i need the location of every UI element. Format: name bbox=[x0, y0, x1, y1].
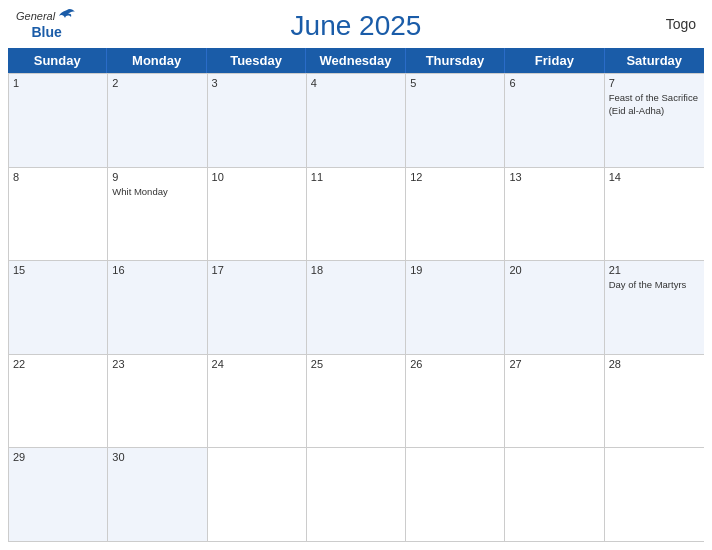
table-row: 29 bbox=[9, 448, 108, 541]
table-row: 5 bbox=[406, 74, 505, 167]
calendar-week-3: 15 16 17 18 19 20 21 Day of the Martyrs bbox=[9, 260, 704, 354]
country-label: Togo bbox=[666, 16, 696, 32]
calendar-title: June 2025 bbox=[291, 10, 422, 42]
table-row: 21 Day of the Martyrs bbox=[605, 261, 704, 354]
table-row: 4 bbox=[307, 74, 406, 167]
table-row: 15 bbox=[9, 261, 108, 354]
header-thursday: Thursday bbox=[406, 48, 505, 73]
table-row: 30 bbox=[108, 448, 207, 541]
generalblue-logo: General Blue bbox=[16, 8, 77, 40]
table-row: 27 bbox=[505, 355, 604, 448]
header-tuesday: Tuesday bbox=[207, 48, 306, 73]
table-row: 16 bbox=[108, 261, 207, 354]
table-row: 13 bbox=[505, 168, 604, 261]
calendar-page: General Blue June 2025 Togo Sunday Monda… bbox=[0, 0, 712, 550]
header-wednesday: Wednesday bbox=[306, 48, 405, 73]
calendar-grid: Sunday Monday Tuesday Wednesday Thursday… bbox=[0, 48, 712, 550]
table-row: 10 bbox=[208, 168, 307, 261]
table-row bbox=[605, 448, 704, 541]
logo-blue-text: Blue bbox=[31, 24, 61, 40]
table-row bbox=[307, 448, 406, 541]
table-row: 18 bbox=[307, 261, 406, 354]
calendar-week-5: 29 30 bbox=[9, 447, 704, 541]
table-row: 28 bbox=[605, 355, 704, 448]
table-row: 19 bbox=[406, 261, 505, 354]
table-row: 22 bbox=[9, 355, 108, 448]
header-monday: Monday bbox=[107, 48, 206, 73]
header-friday: Friday bbox=[505, 48, 604, 73]
table-row: 1 bbox=[9, 74, 108, 167]
calendar-week-1: 1 2 3 4 5 6 7 Feast of the Sacrifice (Ei… bbox=[9, 73, 704, 167]
table-row: 2 bbox=[108, 74, 207, 167]
table-row: 17 bbox=[208, 261, 307, 354]
table-row: 12 bbox=[406, 168, 505, 261]
table-row: 26 bbox=[406, 355, 505, 448]
calendar-week-4: 22 23 24 25 26 27 28 bbox=[9, 354, 704, 448]
table-row: 20 bbox=[505, 261, 604, 354]
table-row: 8 bbox=[9, 168, 108, 261]
table-row: 11 bbox=[307, 168, 406, 261]
table-row: 23 bbox=[108, 355, 207, 448]
logo-general-text: General bbox=[16, 10, 55, 22]
table-row: 7 Feast of the Sacrifice (Eid al-Adha) bbox=[605, 74, 704, 167]
table-row: 3 bbox=[208, 74, 307, 167]
table-row: 14 bbox=[605, 168, 704, 261]
table-row: 24 bbox=[208, 355, 307, 448]
table-row: 6 bbox=[505, 74, 604, 167]
table-row bbox=[406, 448, 505, 541]
logo-bird-icon bbox=[57, 8, 77, 24]
table-row bbox=[208, 448, 307, 541]
table-row: 9 Whit Monday bbox=[108, 168, 207, 261]
table-row bbox=[505, 448, 604, 541]
calendar-body: 1 2 3 4 5 6 7 Feast of the Sacrifice (Ei… bbox=[8, 73, 704, 542]
calendar-header-row: Sunday Monday Tuesday Wednesday Thursday… bbox=[8, 48, 704, 73]
table-row: 25 bbox=[307, 355, 406, 448]
header-sunday: Sunday bbox=[8, 48, 107, 73]
page-header: General Blue June 2025 Togo bbox=[0, 0, 712, 48]
header-saturday: Saturday bbox=[605, 48, 704, 73]
calendar-week-2: 8 9 Whit Monday 10 11 12 13 14 bbox=[9, 167, 704, 261]
